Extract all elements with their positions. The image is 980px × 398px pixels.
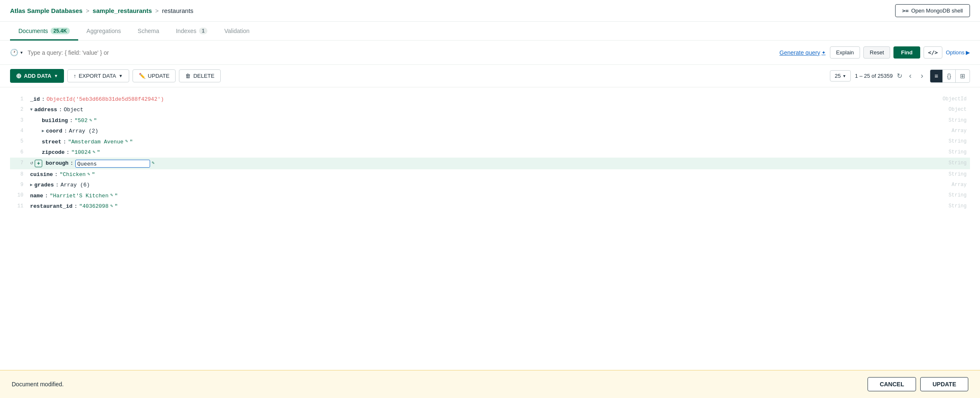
field-val-street: "Amsterdam Avenue <box>68 137 124 147</box>
query-input[interactable] <box>28 49 775 56</box>
clock-chevron: ▼ <box>20 51 23 55</box>
field-val-name-end: " <box>115 191 118 201</box>
field-val-borough-input[interactable] <box>75 160 150 168</box>
revert-borough-button[interactable]: ↺ <box>30 159 33 168</box>
field-val-street-end: " <box>130 137 133 147</box>
line-content-2: ▼ address : Object <box>30 105 949 115</box>
trash-icon: 🗑 <box>185 73 191 79</box>
tab-documents[interactable]: Documents 25.4K <box>10 22 78 41</box>
edit-cuisine-icon[interactable]: ✎ <box>87 171 90 179</box>
tab-schema[interactable]: Schema <box>129 22 167 41</box>
tab-aggregations[interactable]: Aggregations <box>78 22 130 41</box>
tab-indexes[interactable]: Indexes 1 <box>168 22 216 41</box>
line-num-3: 3 <box>10 116 23 125</box>
query-bar: 🕐 ▼ Generate query ✦ Explain Reset Find … <box>0 41 980 65</box>
update-label: UPDATE <box>148 73 170 79</box>
field-val-cuisine: "Chicken <box>59 170 85 179</box>
edit-borough-icon[interactable]: ✎ <box>152 159 155 168</box>
line-content-11: restaurant_id : "40362098 ✎ " <box>30 202 949 211</box>
line-content-10: name : "Harriet'S Kitchen ✎ " <box>30 191 949 201</box>
tab-schema-label: Schema <box>138 28 159 34</box>
page-info: 1 – 25 of 25359 <box>855 73 893 79</box>
prev-page-button[interactable]: ‹ <box>906 70 914 82</box>
tab-documents-label: Documents <box>18 28 48 34</box>
export-data-button[interactable]: ↑ EXPORT DATA ▼ <box>67 69 129 82</box>
doc-line-4: 4 ▶ coord : Array (2) Array <box>10 126 970 136</box>
breadcrumb-sep1: > <box>86 8 89 14</box>
tab-documents-badge: 25.4K <box>51 28 70 34</box>
export-data-label: EXPORT DATA <box>79 73 116 79</box>
colon-6: : <box>66 148 70 157</box>
field-key-building: building <box>42 116 68 125</box>
field-val-building: "502 <box>74 116 87 125</box>
type-label-9: Array <box>952 181 970 190</box>
tab-aggregations-label: Aggregations <box>87 28 121 34</box>
options-label: Options <box>946 49 965 56</box>
refresh-icon[interactable]: ↻ <box>897 72 902 80</box>
field-key-id: _id <box>30 94 40 104</box>
page-size-chevron: ▼ <box>842 74 846 78</box>
document-area: 1 _id : ObjectId('5eb3d668b31de5d588f429… <box>0 87 980 221</box>
doc-line-1: 1 _id : ObjectId('5eb3d668b31de5d588f429… <box>10 94 970 105</box>
options-chevron: ▶ <box>966 49 970 56</box>
field-val-zipcode: "10024 <box>71 148 91 157</box>
line-content-3: building : "502 ✎ " <box>30 116 949 125</box>
tab-validation-label: Validation <box>224 28 249 34</box>
code-toggle-button[interactable]: </> <box>924 46 942 59</box>
type-label-3: String <box>949 116 970 125</box>
tab-validation[interactable]: Validation <box>216 22 258 41</box>
page-size-select[interactable]: 25 ▼ <box>830 70 850 82</box>
doc-line-8: 8 cuisine : "Chicken ✎ " String <box>10 169 970 180</box>
type-label-2: Object <box>949 105 970 115</box>
reset-button[interactable]: Reset <box>863 46 890 59</box>
type-label-4: Array <box>952 127 970 136</box>
colon-11: : <box>74 202 77 211</box>
tab-indexes-label: Indexes <box>176 28 197 34</box>
field-val-coord: Array (2) <box>69 126 98 136</box>
expand-grades-arrow[interactable]: ▶ <box>30 181 33 189</box>
view-json-button[interactable]: {} <box>943 70 956 82</box>
expand-coord-arrow[interactable]: ▶ <box>42 128 44 135</box>
explain-button[interactable]: Explain <box>830 46 860 59</box>
page-size-value: 25 <box>835 73 840 79</box>
edit-zipcode-icon[interactable]: ✎ <box>92 148 95 157</box>
next-page-button[interactable]: › <box>918 70 926 82</box>
doc-line-11: 11 restaurant_id : "40362098 ✎ " String <box>10 201 970 212</box>
top-bar: Atlas Sample Databases > sample_restaura… <box>0 0 980 22</box>
add-data-chevron: ▼ <box>54 74 58 78</box>
edit-building-icon[interactable]: ✎ <box>89 117 92 125</box>
field-val-grades: Array (6) <box>61 180 90 190</box>
delete-button[interactable]: 🗑 DELETE <box>179 69 221 82</box>
edit-restaurant-id-icon[interactable]: ✎ <box>110 202 113 211</box>
generate-query-link[interactable]: Generate query ✦ <box>779 49 825 56</box>
toolbar-right: 25 ▼ 1 – 25 of 25359 ↻ ‹ › ≡ {} ⊞ <box>830 69 970 83</box>
options-button[interactable]: Options ▶ <box>946 49 970 56</box>
export-chevron: ▼ <box>119 74 123 78</box>
field-key-zipcode: zipcode <box>42 148 65 157</box>
expand-address-arrow[interactable]: ▼ <box>30 106 33 114</box>
line-content-8: cuisine : "Chicken ✎ " <box>30 170 949 179</box>
type-label-7: String <box>949 159 970 168</box>
edit-street-icon[interactable]: ✎ <box>125 138 128 146</box>
edit-name-icon[interactable]: ✎ <box>110 191 113 200</box>
query-clock-button[interactable]: 🕐 ▼ <box>10 48 23 56</box>
line-num-2: 2 <box>10 105 23 115</box>
breadcrumb-db[interactable]: sample_restaurants <box>93 7 152 14</box>
query-actions: Explain Reset Find </> Options ▶ <box>830 46 970 59</box>
view-table-button[interactable]: ⊞ <box>956 70 970 82</box>
field-val-restaurant-id: "40362098 <box>79 202 108 211</box>
field-val-restaurant-id-end: " <box>115 202 118 211</box>
add-data-button[interactable]: ⊕ ADD DATA ▼ <box>10 69 64 83</box>
add-field-7-button[interactable]: + <box>35 160 42 167</box>
open-shell-button[interactable]: >= Open MongoDB shell <box>895 4 970 17</box>
find-button[interactable]: Find <box>893 46 920 59</box>
breadcrumb-root[interactable]: Atlas Sample Databases <box>10 7 82 14</box>
doc-line-7: 7 ↺ + borough : ✎ String <box>10 158 970 169</box>
line-num-5: 5 <box>10 137 23 146</box>
view-list-button[interactable]: ≡ <box>930 70 943 82</box>
line-num-4: 4 <box>10 127 23 136</box>
type-label-6: String <box>949 148 970 157</box>
update-button[interactable]: ✏️ UPDATE <box>133 69 176 82</box>
line-num-6: 6 <box>10 148 23 157</box>
spark-icon: ✦ <box>822 50 826 56</box>
